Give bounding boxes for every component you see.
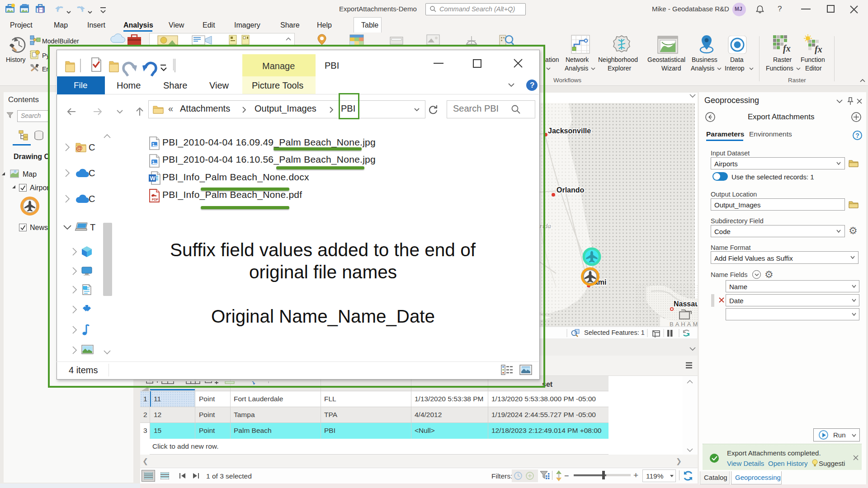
svg-text:Jacksonville: Jacksonville <box>548 127 591 135</box>
svg-text:Orlando: Orlando <box>557 186 585 194</box>
svg-text:fx: fx <box>815 44 822 54</box>
svg-text:fx: fx <box>783 43 791 54</box>
svg-text:Nassau: Nassau <box>674 300 698 308</box>
svg-text:Selected Features: 1: Selected Features: 1 <box>584 329 645 336</box>
